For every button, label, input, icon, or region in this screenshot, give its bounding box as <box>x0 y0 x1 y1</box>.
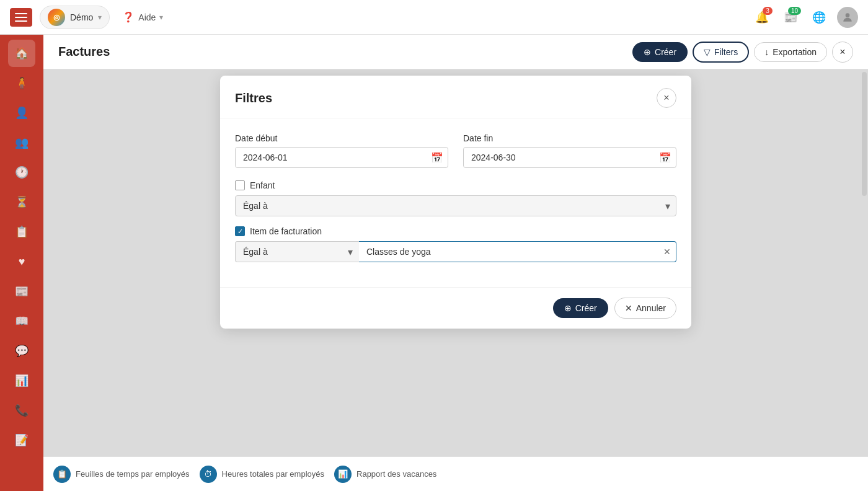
enfant-checkbox[interactable] <box>235 180 245 190</box>
date-fin-wrapper: 📅 <box>463 147 676 168</box>
item-facturation-checkbox[interactable]: ✓ <box>235 226 245 236</box>
filters-modal: Filtres × Date début <box>220 76 691 329</box>
item-filter-input-row: Égal à Différent de Contient ✕ <box>235 241 676 262</box>
topbar-right: 🔔 3 📰 10 🌐 <box>751 7 858 28</box>
main-layout: 🏠 🧍 👤 👥 🕐 ⏳ 📋 ♥ 📰 📖 💬 📊 📞 📝 Factures ⊕ C… <box>0 35 868 491</box>
date-row: Date début 📅 Date fin <box>235 133 676 168</box>
close-page-icon: × <box>839 46 845 58</box>
sidebar-item-user[interactable]: 👤 <box>8 99 35 126</box>
date-debut-group: Date début 📅 <box>235 133 448 168</box>
sidebar-item-clock[interactable]: 🕐 <box>8 159 35 186</box>
modal-body: Date début 📅 Date fin <box>220 118 691 287</box>
avatar[interactable] <box>837 7 858 28</box>
page-header: Factures ⊕ Créer ▽ Filters ↓ Exportation… <box>43 35 868 69</box>
item-operator-select[interactable]: Égal à Différent de Contient <box>235 241 359 262</box>
header-actions: ⊕ Créer ▽ Filters ↓ Exportation × <box>632 42 853 63</box>
create-button[interactable]: ⊕ Créer <box>632 42 688 62</box>
hamburger-menu[interactable] <box>10 8 32 27</box>
logo-icon: ◎ <box>48 9 65 26</box>
sidebar: 🏠 🧍 👤 👥 🕐 ⏳ 📋 ♥ 📰 📖 💬 📊 📞 📝 <box>0 35 43 491</box>
date-debut-wrapper: 📅 <box>235 147 448 168</box>
enfant-operator-select[interactable]: Égal à Différent de Contient <box>235 195 676 216</box>
avatar-icon <box>841 11 854 24</box>
bottom-label-heures: Heures totales par employés <box>222 469 324 479</box>
bottom-label-feuilles: Feuilles de temps par employés <box>76 469 190 479</box>
logo-chevron-icon: ▾ <box>98 13 102 22</box>
modal-title: Filtres <box>235 91 272 105</box>
item-clear-button[interactable]: ✕ <box>658 244 676 259</box>
bottom-icon-heures: ⏱ <box>200 466 217 483</box>
help-button[interactable]: ❓ Aide ▾ <box>117 9 168 25</box>
topbar: ◎ Démo ▾ ❓ Aide ▾ 🔔 3 📰 10 🌐 <box>0 0 868 35</box>
calendar-fin-icon[interactable]: 📅 <box>659 152 671 164</box>
help-label: Aide <box>138 12 156 22</box>
sidebar-item-news[interactable]: 📰 <box>8 278 35 305</box>
item-value-input[interactable] <box>359 242 658 262</box>
enfant-operator-wrapper: Égal à Différent de Contient <box>235 195 676 216</box>
bottom-icon-vacances: 📊 <box>334 466 352 483</box>
sidebar-item-group[interactable]: 👥 <box>8 129 35 156</box>
modal-create-icon: ⊕ <box>564 303 572 313</box>
notification-button[interactable]: 🔔 3 <box>751 7 773 28</box>
sidebar-item-book[interactable]: 📖 <box>8 307 35 335</box>
date-debut-input[interactable] <box>235 147 448 168</box>
news-button[interactable]: 📰 10 <box>780 7 801 28</box>
notification-badge: 3 <box>763 7 773 15</box>
sidebar-item-home[interactable]: 🏠 <box>8 40 35 67</box>
calendar-debut-icon[interactable]: 📅 <box>431 152 443 164</box>
modal-annuler-button[interactable]: ✕ Annuler <box>614 298 676 319</box>
filters-label: Filters <box>714 47 738 57</box>
globe-icon: 🌐 <box>812 11 826 24</box>
topbar-left: ◎ Démo ▾ ❓ Aide ▾ <box>10 6 742 29</box>
logo-label: Démo <box>70 12 93 22</box>
modal-creer-label: Créer <box>575 303 597 313</box>
sidebar-item-person[interactable]: 🧍 <box>8 69 35 97</box>
sidebar-item-chat[interactable]: 💬 <box>8 337 35 365</box>
create-plus-icon: ⊕ <box>644 47 651 57</box>
date-debut-label: Date début <box>235 133 448 143</box>
filters-button[interactable]: ▽ Filters <box>693 42 749 63</box>
annuler-x-icon: ✕ <box>625 303 632 313</box>
bottom-item-feuilles[interactable]: 📋 Feuilles de temps par employés <box>53 466 190 483</box>
date-fin-input[interactable] <box>463 147 676 168</box>
create-label: Créer <box>655 47 676 57</box>
enfant-filter-group: Enfant Égal à Différent de Contient <box>235 180 676 216</box>
date-fin-group: Date fin 📅 <box>463 133 676 168</box>
sidebar-item-phone[interactable]: 📞 <box>8 397 35 424</box>
export-icon: ↓ <box>764 47 769 57</box>
modal-annuler-label: Annuler <box>636 303 666 313</box>
help-circle-icon: ❓ <box>122 11 135 23</box>
globe-button[interactable]: 🌐 <box>808 7 830 28</box>
filter-icon: ▽ <box>704 47 711 57</box>
modal-creer-button[interactable]: ⊕ Créer <box>553 298 608 318</box>
modal-close-icon: × <box>663 92 669 104</box>
modal-header: Filtres × <box>220 76 691 118</box>
bottom-item-vacances[interactable]: 📊 Rapport des vacances <box>334 466 436 483</box>
bottom-icon-feuilles: 📋 <box>53 466 71 483</box>
logo-button[interactable]: ◎ Démo ▾ <box>40 6 110 29</box>
export-label: Exportation <box>773 47 817 57</box>
modal-close-button[interactable]: × <box>657 88 676 108</box>
date-fin-label: Date fin <box>463 133 676 143</box>
item-facturation-label: Item de facturation <box>250 226 322 236</box>
close-page-button[interactable]: × <box>832 42 853 63</box>
item-checkbox-row: ✓ Item de facturation <box>235 226 676 236</box>
sidebar-item-heart[interactable]: ♥ <box>8 248 35 275</box>
export-button[interactable]: ↓ Exportation <box>754 42 827 62</box>
item-operator-wrapper: Égal à Différent de Contient <box>235 241 359 262</box>
main-scroll-area[interactable]: Filtres × Date début <box>43 69 868 456</box>
sidebar-item-clipboard[interactable]: 📝 <box>8 427 35 454</box>
help-chevron-icon: ▾ <box>159 13 163 22</box>
enfant-checkbox-row: Enfant <box>235 180 676 190</box>
sidebar-item-chart[interactable]: 📊 <box>8 367 35 394</box>
item-text-wrapper: ✕ <box>359 241 676 262</box>
svg-point-0 <box>846 13 850 17</box>
page-title: Factures <box>58 45 110 59</box>
sidebar-item-timer[interactable]: ⏳ <box>8 188 35 216</box>
content-area: Factures ⊕ Créer ▽ Filters ↓ Exportation… <box>43 35 868 491</box>
news-badge: 10 <box>788 7 801 15</box>
modal-footer: ⊕ Créer ✕ Annuler <box>220 287 691 329</box>
bottom-item-heures[interactable]: ⏱ Heures totales par employés <box>200 466 324 483</box>
sidebar-item-list[interactable]: 📋 <box>8 218 35 246</box>
bottom-bar: 📋 Feuilles de temps par employés ⏱ Heure… <box>43 456 868 491</box>
